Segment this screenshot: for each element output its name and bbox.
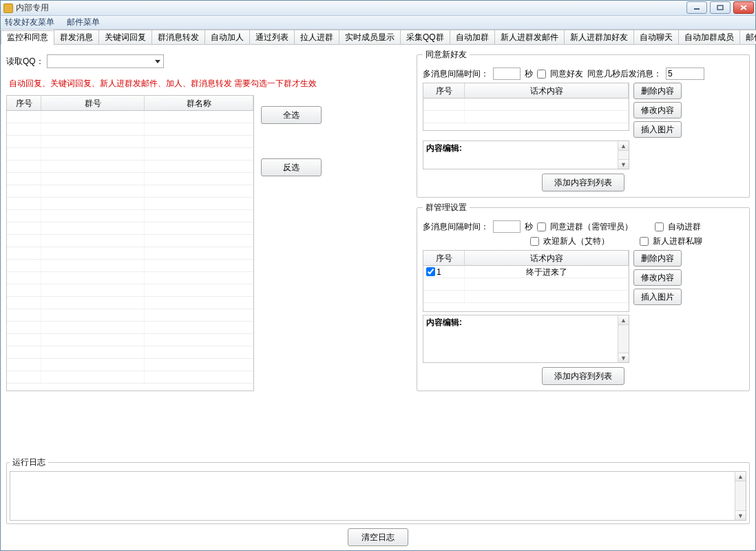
menu-forward-friends[interactable]: 转发好友菜单 [5, 17, 54, 28]
p1-interval-input[interactable] [493, 67, 521, 80]
tab-bulk-mail[interactable]: 邮件批量发送 [739, 30, 756, 44]
scroll-up-icon[interactable]: ▲ [618, 315, 629, 325]
groups-grid[interactable]: 序号 群号 群名称 [6, 95, 254, 391]
tab-auto-join-group[interactable]: 自动加群 [450, 30, 494, 44]
p1-insert-image-button[interactable]: 插入图片 [633, 121, 682, 138]
minimize-icon [693, 5, 700, 10]
p1-script-grid[interactable]: 序号 话术内容 [423, 83, 629, 131]
warning-text: 自动回复、关键词回复、新人进群发邮件、加人、群消息转发 需要勾选一下群才生效 [9, 78, 412, 90]
group-manage-panel: 群管理设置 多消息间隔时间： 秒 同意进群（需管理员） 自动进群 欢迎新人（艾特… [417, 202, 750, 391]
p1-agree-checkbox[interactable] [537, 70, 546, 79]
p2-newcomer-pm-label: 新人进群私聊 [653, 236, 702, 247]
maximize-button[interactable] [710, 1, 731, 14]
p1-agree-label: 同意好友 [550, 68, 583, 80]
p2-insert-image-button[interactable]: 插入图片 [633, 289, 682, 305]
p1-editor-label: 内容编辑: [423, 141, 629, 156]
tab-newcomer-mail[interactable]: 新人进群发邮件 [494, 30, 564, 44]
log-section: 运行日志 ▲ ▼ 清空日志 [6, 457, 750, 546]
scroll-down-icon[interactable]: ▼ [735, 510, 746, 520]
window-title: 内部专用 [16, 2, 49, 14]
svg-rect-1 [717, 6, 723, 10]
p2-add-to-list-button[interactable]: 添加内容到列表 [542, 367, 624, 385]
tab-newcomer-add-friend[interactable]: 新人进群加好友 [564, 30, 633, 44]
tab-group-send[interactable]: 群发消息 [54, 30, 98, 44]
p1-delete-button[interactable]: 删除内容 [633, 83, 682, 99]
p2-col-content: 话术内容 [465, 251, 629, 265]
group-manage-legend: 群管理设置 [423, 202, 470, 214]
p2-row-index: 1 [437, 267, 441, 277]
main-window: 内部专用 转发好友菜单 邮件菜单 监控和同意 群发消息 关键词回复 群消息转发 … [0, 0, 756, 551]
tab-auto-chat[interactable]: 自动聊天 [633, 30, 678, 44]
groups-grid-body[interactable] [7, 111, 253, 391]
scroll-down-icon[interactable]: ▼ [618, 159, 629, 169]
tab-pass-list[interactable]: 通过列表 [249, 30, 294, 44]
p2-welcome-checkbox[interactable] [530, 237, 539, 246]
p2-script-grid[interactable]: 序号 话术内容 1 终于进来了 [423, 250, 629, 312]
tab-collect-qq-groups[interactable]: 采集QQ群 [400, 30, 450, 44]
p2-row-text: 终于进来了 [465, 266, 629, 278]
tab-realtime-members[interactable]: 实时成员显示 [339, 30, 400, 44]
content-area: 监控和同意 群发消息 关键词回复 群消息转发 自动加人 通过列表 拉人进群 实时… [1, 30, 755, 550]
log-scrollbar[interactable]: ▲ ▼ [735, 472, 746, 520]
col-group-id: 群号 [41, 96, 145, 110]
tab-keyword-reply[interactable]: 关键词回复 [98, 30, 151, 44]
p2-delete-button[interactable]: 删除内容 [633, 250, 682, 267]
tab-monitor-agree[interactable]: 监控和同意 [1, 30, 54, 45]
tab-pull-into-group[interactable]: 拉人进群 [294, 30, 339, 44]
p2-interval-label: 多消息间隔时间： [423, 221, 489, 233]
p2-modify-button[interactable]: 修改内容 [633, 269, 682, 286]
p2-content-editor[interactable]: 内容编辑: ▲ ▼ [423, 315, 629, 363]
titlebar: 内部专用 [1, 1, 755, 16]
menubar: 转发好友菜单 邮件菜单 [1, 16, 755, 30]
left-pane: 读取QQ： 自动回复、关键词回复、新人进群发邮件、加人、群消息转发 需要勾选一下… [6, 49, 412, 448]
p2-agree-group-checkbox[interactable] [537, 222, 546, 231]
p1-modify-button[interactable]: 修改内容 [633, 102, 682, 118]
log-legend: 运行日志 [10, 457, 48, 468]
close-icon [740, 5, 747, 10]
minimize-button[interactable] [686, 1, 707, 14]
p2-newcomer-pm-checkbox[interactable] [640, 237, 649, 246]
close-button[interactable] [733, 1, 754, 14]
tab-strip: 监控和同意 群发消息 关键词回复 群消息转发 自动加人 通过列表 拉人进群 实时… [1, 30, 755, 45]
menu-mail[interactable]: 邮件菜单 [67, 17, 100, 28]
scroll-up-icon[interactable]: ▲ [735, 472, 746, 481]
clear-log-button[interactable]: 清空日志 [348, 528, 408, 546]
table-row[interactable]: 1 终于进来了 [423, 266, 629, 278]
p2-interval-unit: 秒 [525, 221, 533, 233]
p1-col-index: 序号 [423, 83, 465, 98]
tab-auto-add-group-members[interactable]: 自动加群成员 [678, 30, 739, 44]
p2-col-index: 序号 [423, 251, 465, 265]
maximize-icon [717, 5, 724, 10]
agree-new-friend-legend: 同意新好友 [423, 49, 470, 61]
p1-interval-label: 多消息间隔时间： [423, 68, 489, 80]
p2-row-checkbox[interactable] [426, 267, 435, 276]
p1-col-content: 话术内容 [465, 83, 629, 98]
app-icon [3, 3, 13, 13]
col-group-name: 群名称 [145, 96, 253, 110]
p2-editor-label: 内容编辑: [423, 315, 629, 330]
p2-auto-group-checkbox[interactable] [655, 222, 664, 231]
p2-auto-group-label: 自动进群 [668, 221, 701, 233]
agree-new-friend-panel: 同意新好友 多消息间隔时间： 秒 同意好友 同意几秒后发消息： 序号 [417, 49, 750, 198]
p1-editor-scrollbar[interactable]: ▲ ▼ [618, 141, 629, 169]
invert-selection-button[interactable]: 反选 [261, 158, 322, 176]
select-all-button[interactable]: 全选 [261, 106, 322, 124]
right-pane: 同意新好友 多消息间隔时间： 秒 同意好友 同意几秒后发消息： 序号 [417, 49, 750, 448]
p1-delay-input[interactable] [666, 67, 704, 80]
p1-delay-label: 同意几秒后发消息： [587, 68, 662, 80]
readqq-combobox[interactable] [47, 54, 164, 68]
p2-editor-scrollbar[interactable]: ▲ ▼ [618, 315, 629, 362]
p2-welcome-label: 欢迎新人（艾特） [543, 236, 609, 247]
p1-content-editor[interactable]: 内容编辑: ▲ ▼ [423, 141, 629, 169]
p2-interval-input[interactable] [493, 220, 521, 233]
col-index: 序号 [7, 96, 41, 110]
tab-group-msg-forward[interactable]: 群消息转发 [151, 30, 204, 44]
readqq-label: 读取QQ： [6, 56, 44, 67]
tab-auto-add[interactable]: 自动加人 [204, 30, 249, 44]
tab-body: 读取QQ： 自动回复、关键词回复、新人进群发邮件、加人、群消息转发 需要勾选一下… [1, 45, 755, 453]
p2-agree-group-label: 同意进群（需管理员） [550, 221, 633, 233]
log-textarea[interactable]: ▲ ▼ [10, 471, 746, 521]
p1-add-to-list-button[interactable]: 添加内容到列表 [542, 174, 624, 191]
scroll-down-icon[interactable]: ▼ [618, 353, 629, 362]
scroll-up-icon[interactable]: ▲ [618, 141, 629, 151]
